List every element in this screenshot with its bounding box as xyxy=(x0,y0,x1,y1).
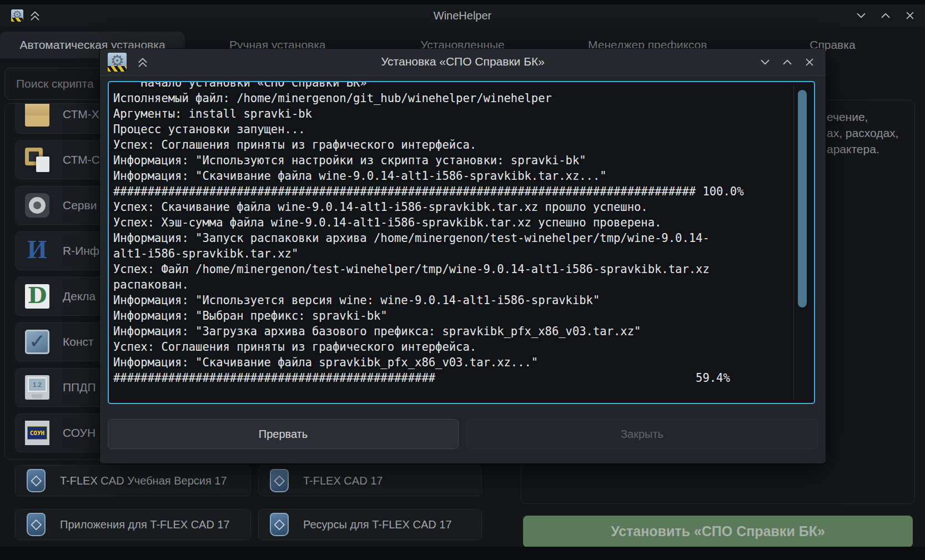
tflex-card[interactable]: T-FLEX CAD 17 xyxy=(258,465,482,496)
tflex-card[interactable]: Ресурсы для T-FLEX CAD 17 xyxy=(258,509,482,540)
abort-button[interactable]: Прервать xyxy=(108,419,459,449)
tflex-icon xyxy=(27,469,46,492)
ic-ring-icon xyxy=(25,193,49,218)
install-log[interactable]: Начало установки «СПО Справки БК» Исполн… xyxy=(108,81,815,404)
tflex-card-label: T-FLEX CAD Учебная Версия 17 xyxy=(60,475,227,487)
script-label: СТМ-С xyxy=(63,153,100,167)
search-placeholder: Поиск скрипта xyxy=(16,77,94,90)
ic-rinfo-icon xyxy=(25,239,49,263)
screen: WineHelper Автоматическая установкаРучна… xyxy=(0,0,925,560)
main-titlebar: WineHelper xyxy=(0,4,925,27)
script-label: Конст xyxy=(63,335,94,349)
tflex-icon xyxy=(27,513,46,536)
tflex-card[interactable]: T-FLEX CAD Учебная Версия 17 xyxy=(15,465,251,496)
close-button[interactable]: Закрыть xyxy=(466,419,818,449)
maximize-icon[interactable] xyxy=(878,8,893,23)
dialog-title: Установка «СПО Справки БК» xyxy=(100,55,826,68)
script-label: R-Инф xyxy=(63,244,99,258)
dialog-close-icon[interactable] xyxy=(802,55,817,69)
description-line: арактера. xyxy=(827,141,898,157)
script-label: ППДП xyxy=(63,381,96,394)
ic-ppdp-icon xyxy=(25,375,49,400)
install-dialog: Установка «СПО Справки БК» Начало устано… xyxy=(100,49,826,463)
window-title: WineHelper xyxy=(0,9,925,22)
minimize-icon[interactable] xyxy=(854,8,868,23)
description-line: ечение, xyxy=(827,109,898,125)
close-icon[interactable] xyxy=(903,8,917,23)
tflex-card-label: Приложения для T-FLEX CAD 17 xyxy=(60,518,230,531)
dialog-maximize-icon[interactable] xyxy=(780,55,795,69)
tflex-card[interactable]: Приложения для T-FLEX CAD 17 xyxy=(15,509,251,540)
script-label: Серви xyxy=(63,199,97,212)
ic-konst-icon xyxy=(25,330,49,354)
script-label: Декла xyxy=(63,290,95,303)
ic-folder-icon xyxy=(25,103,49,127)
scrollbar-track[interactable] xyxy=(793,85,794,400)
scrollbar-thumb[interactable] xyxy=(798,90,807,307)
log-text: Начало установки «СПО Справки БК» Исполн… xyxy=(109,81,814,386)
script-label: СОУН xyxy=(63,426,95,440)
window-controls xyxy=(854,8,917,23)
bottom-edge-strip xyxy=(0,547,925,560)
ic-docframe-icon xyxy=(25,148,49,172)
dialog-controls xyxy=(758,55,817,69)
ic-soun-icon xyxy=(25,421,49,445)
ic-decl-icon xyxy=(25,284,49,309)
description-text: ечение,ах, расходах,арактера. xyxy=(827,109,898,157)
description-line: ах, расходах, xyxy=(827,125,898,141)
tflex-icon xyxy=(270,469,289,492)
dialog-titlebar: Установка «СПО Справки БК» xyxy=(100,49,826,76)
tflex-card-label: T-FLEX CAD 17 xyxy=(303,475,383,487)
dialog-minimize-icon[interactable] xyxy=(758,55,772,69)
tflex-card-label: Ресурсы для T-FLEX CAD 17 xyxy=(303,518,452,531)
tflex-icon xyxy=(270,513,289,536)
top-edge-strip xyxy=(0,0,925,4)
script-label: СТМ-Х xyxy=(63,108,99,121)
install-button[interactable]: Установить «СПО Справки БК» xyxy=(523,516,913,547)
